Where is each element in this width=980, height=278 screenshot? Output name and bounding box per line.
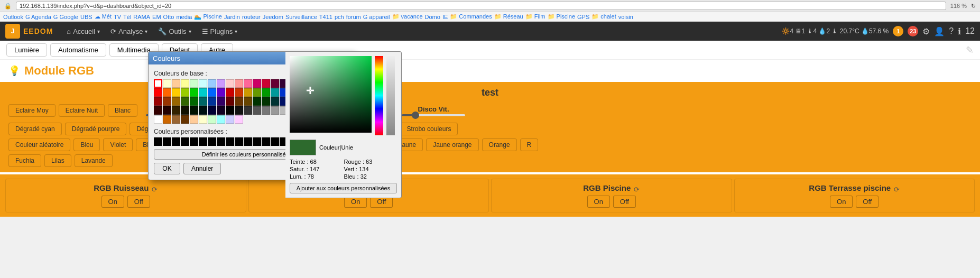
bookmark-tel[interactable]: Tél [123,14,131,20]
bookmark-commandes[interactable]: 📁 Commandes [450,13,492,20]
custom-swatch-7[interactable] [217,137,225,146]
bookmark-jeedom[interactable]: Jeedom [263,14,283,20]
bookmark-appareil[interactable]: G appareil [363,14,390,20]
nav-analyse[interactable]: ⟳ Analyse ▾ [105,22,153,41]
bookmark-chalet[interactable]: 📁 chalet [591,13,616,20]
base-swatch-40[interactable] [226,97,234,106]
base-swatch-53[interactable] [199,106,207,115]
nav-user-icon[interactable]: 👤 [934,26,945,36]
custom-swatch-0[interactable] [154,137,162,146]
base-swatch-67[interactable] [181,115,189,124]
nav-plugins[interactable]: ☰ Plugins ▾ [197,22,243,41]
bookmark-domo[interactable]: Domo [425,14,440,20]
add-custom-btn[interactable]: Ajouter aux couleurs personnalisées [290,183,397,193]
base-swatch-25[interactable] [235,88,243,97]
browser-reload-icon[interactable]: ↻ [971,3,976,10]
base-swatch-20[interactable] [190,88,198,97]
bookmark-piscine2[interactable]: 📁 Piscine [548,13,576,20]
bookmark-vacance[interactable]: 📁 vacance [392,13,423,20]
base-swatch-12[interactable] [262,79,270,88]
jeedom-logo[interactable]: J EEDOM [5,24,53,39]
bookmark-reseau[interactable]: 📁 Réseau [494,13,523,20]
bookmark-pch[interactable]: pch [335,14,344,20]
nav-extra-icon[interactable]: 12 [965,26,975,36]
base-swatch-10[interactable] [244,79,252,88]
base-swatch-6[interactable] [208,79,216,88]
gradient-box[interactable]: ✛ [290,56,372,133]
base-swatch-50[interactable] [172,106,180,115]
bookmark-rama[interactable]: RAMA [133,14,150,20]
custom-swatch-6[interactable] [208,137,216,146]
custom-swatch-2[interactable] [172,137,180,146]
base-swatch-22[interactable] [208,88,216,97]
bookmark-ie[interactable]: IE [442,14,448,20]
custom-swatch-1[interactable] [163,137,171,146]
bookmark-surveillance[interactable]: Surveillance [285,14,317,20]
base-swatch-27[interactable] [253,88,261,97]
cancel-button[interactable]: Annuler [183,163,221,174]
bookmark-em[interactable]: EM [152,14,161,20]
base-swatch-39[interactable] [217,97,225,106]
base-swatch-21[interactable] [199,88,207,97]
base-swatch-4[interactable] [190,79,198,88]
base-swatch-2[interactable] [172,79,180,88]
base-swatch-57[interactable] [235,106,243,115]
bookmark-film[interactable]: 📁 Film [525,13,546,20]
base-swatch-65[interactable] [163,115,171,124]
base-swatch-70[interactable] [208,115,216,124]
base-swatch-42[interactable] [244,97,252,106]
base-swatch-17[interactable] [163,88,171,97]
custom-swatch-5[interactable] [199,137,207,146]
base-swatch-51[interactable] [181,106,189,115]
custom-swatch-12[interactable] [262,137,270,146]
base-swatch-28[interactable] [262,88,270,97]
bookmark-met[interactable]: ☁ Mét [95,13,112,20]
base-swatch-58[interactable] [244,106,252,115]
base-swatch-59[interactable] [253,106,261,115]
base-swatch-68[interactable] [190,115,198,124]
custom-swatch-11[interactable] [253,137,261,146]
base-swatch-69[interactable] [199,115,207,124]
alpha-bar[interactable] [386,56,395,135]
base-swatch-5[interactable] [199,79,207,88]
base-swatch-60[interactable] [262,106,270,115]
base-swatch-34[interactable] [172,97,180,106]
spectrum-bar[interactable] [375,56,383,135]
base-swatch-11[interactable] [253,79,261,88]
base-swatch-33[interactable] [163,97,171,106]
ok-button[interactable]: OK [154,163,180,174]
base-swatch-26[interactable] [244,88,252,97]
custom-swatch-9[interactable] [235,137,243,146]
base-swatch-16[interactable] [154,88,162,97]
bookmark-google[interactable]: G Google [53,14,78,20]
base-swatch-36[interactable] [190,97,198,106]
base-swatch-52[interactable] [190,106,198,115]
base-swatch-1[interactable] [163,79,171,88]
nav-badge-1[interactable]: 1 [893,26,903,36]
custom-swatch-3[interactable] [181,137,189,146]
nav-settings-icon[interactable]: ⚙ [922,26,930,36]
base-swatch-38[interactable] [208,97,216,106]
base-swatch-29[interactable] [271,88,279,97]
nav-outils[interactable]: 🔧 Outils ▾ [153,22,196,41]
custom-swatch-13[interactable] [271,137,279,146]
bookmark-tv[interactable]: TV [114,14,121,20]
base-swatch-8[interactable] [226,79,234,88]
base-swatch-23[interactable] [217,88,225,97]
nav-accueil[interactable]: ⌂ Accueil ▾ [61,22,105,41]
bookmark-jardin[interactable]: Jardin [224,14,240,20]
base-swatch-13[interactable] [271,79,279,88]
base-swatch-37[interactable] [199,97,207,106]
base-swatch-32[interactable] [154,97,162,106]
custom-swatch-8[interactable] [226,137,234,146]
address-bar[interactable]: 192.168.1.139/index.php?v=d&p=dashboard&… [16,2,946,10]
base-swatch-71[interactable] [217,115,225,124]
base-swatch-55[interactable] [217,106,225,115]
bookmark-routeur[interactable]: routeur [242,14,261,20]
base-swatch-49[interactable] [163,106,171,115]
custom-swatch-10[interactable] [244,137,252,146]
bookmark-voisin[interactable]: voisin [618,14,633,20]
base-swatch-56[interactable] [226,106,234,115]
bookmark-t411[interactable]: T411 [319,14,332,20]
base-swatch-44[interactable] [262,97,270,106]
